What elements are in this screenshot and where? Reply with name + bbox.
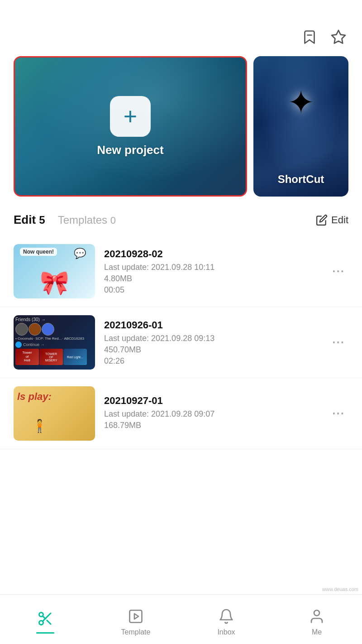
- scissors-icon: [36, 610, 54, 628]
- project-update-2: Last update: 2021.09.28 09:13: [104, 334, 319, 343]
- project-thumbnail-3: ls play: 🧍: [14, 386, 95, 441]
- project-item-3[interactable]: ls play: 🧍 20210927-01 Last update: 2021…: [0, 378, 362, 449]
- project-thumbnail-2: Friends (30) → • Coconuts· SCP: The Red.…: [14, 315, 95, 370]
- new-project-label: New project: [97, 143, 163, 157]
- svg-point-9: [314, 610, 319, 615]
- tab-templates[interactable]: Templates 0: [58, 214, 116, 226]
- watermark: www.deuas.com: [322, 586, 358, 592]
- nav-item-template[interactable]: Template: [90, 603, 181, 636]
- settings-icon[interactable]: [329, 27, 348, 47]
- tab-templates-label: Templates: [58, 214, 110, 226]
- edit-action-button[interactable]: Edit: [316, 214, 348, 226]
- bottom-nav: Template Inbox Me: [0, 594, 362, 644]
- tab-edit-count: 5: [39, 214, 45, 226]
- new-project-plus: +: [110, 96, 151, 137]
- project-info-1: 20210928-02 Last update: 2021.09.28 10:1…: [104, 248, 319, 295]
- bookmark-icon[interactable]: [300, 27, 319, 47]
- project-update-1: Last update: 2021.09.28 10:11: [104, 263, 319, 272]
- nav-me-label: Me: [312, 628, 322, 636]
- project-list: Now queen! 20210928-02 Last update: 2021…: [0, 236, 362, 449]
- project-name-1: 20210928-02: [104, 248, 319, 260]
- project-more-button-2[interactable]: ···: [329, 334, 348, 351]
- top-bar: [0, 0, 362, 56]
- nav-item-inbox[interactable]: Inbox: [181, 603, 272, 636]
- project-more-button-1[interactable]: ···: [329, 263, 348, 280]
- nav-active-indicator: [36, 632, 54, 634]
- project-thumbnail-1: Now queen!: [14, 244, 95, 298]
- svg-marker-8: [134, 614, 138, 619]
- shortcut-star-icon: ✦: [287, 83, 314, 121]
- tab-templates-count: 0: [110, 215, 116, 226]
- project-update-3: Last update: 2021.09.28 09:07: [104, 409, 319, 419]
- new-project-card[interactable]: + New project: [14, 56, 247, 197]
- project-item-2[interactable]: Friends (30) → • Coconuts· SCP: The Red.…: [0, 307, 362, 378]
- tabs-row: Edit 5 Templates 0 Edit: [0, 213, 362, 227]
- svg-marker-1: [332, 30, 345, 43]
- project-item[interactable]: Now queen! 20210928-02 Last update: 2021…: [0, 236, 362, 307]
- tab-edit-label: Edit: [14, 213, 39, 226]
- nav-item-me[interactable]: Me: [272, 603, 362, 636]
- project-size-2: 450.70MB: [104, 345, 319, 355]
- svg-line-5: [47, 620, 51, 624]
- project-more-button-3[interactable]: ···: [329, 405, 348, 423]
- template-icon: [127, 607, 145, 625]
- user-icon: [308, 607, 326, 625]
- bell-icon: [217, 607, 235, 625]
- project-name-2: 20210926-01: [104, 319, 319, 331]
- svg-rect-7: [130, 610, 142, 622]
- project-size-3: 168.79MB: [104, 421, 319, 430]
- project-info-3: 20210927-01 Last update: 2021.09.28 09:0…: [104, 395, 319, 432]
- project-duration-1: 00:05: [104, 285, 319, 295]
- project-name-3: 20210927-01: [104, 395, 319, 407]
- edit-pencil-icon: [316, 214, 328, 226]
- nav-inbox-label: Inbox: [217, 628, 235, 636]
- tab-edit[interactable]: Edit 5: [14, 213, 45, 227]
- nav-item-edit[interactable]: [0, 605, 90, 634]
- nav-template-label: Template: [121, 628, 151, 636]
- edit-action-label: Edit: [331, 214, 348, 226]
- svg-line-6: [43, 616, 45, 619]
- project-duration-2: 02:26: [104, 356, 319, 366]
- shortcut-label: ShortCut: [278, 173, 324, 186]
- shortcut-card[interactable]: ✦ ShortCut: [253, 56, 348, 197]
- project-size-1: 4.80MB: [104, 274, 319, 284]
- hero-row: + New project ✦ ShortCut: [0, 56, 362, 197]
- project-info-2: 20210926-01 Last update: 2021.09.28 09:1…: [104, 319, 319, 366]
